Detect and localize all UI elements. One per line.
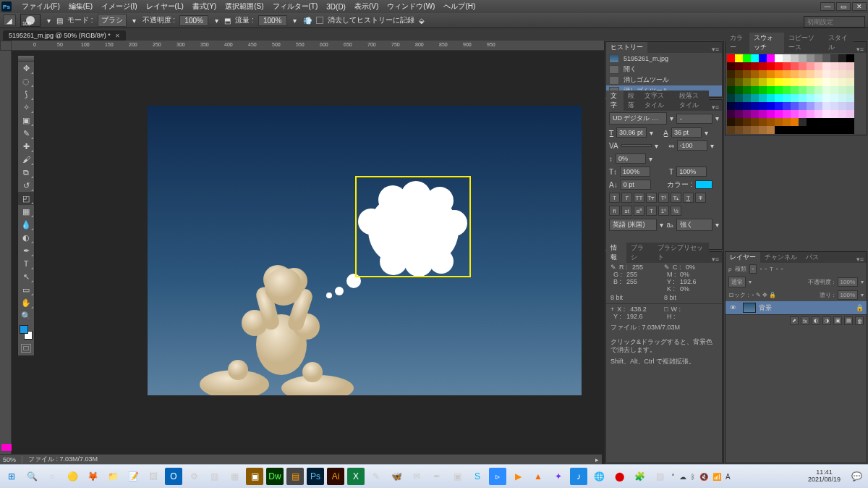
tray-bluetooth-icon[interactable]: ᛒ bbox=[691, 473, 695, 481]
swatch[interactable] bbox=[775, 126, 783, 134]
char-tab-parastyle[interactable]: 段落スタイル bbox=[675, 91, 709, 111]
swatch[interactable] bbox=[822, 78, 830, 86]
swatch[interactable] bbox=[822, 102, 830, 110]
pressure-size-icon[interactable]: ⬙ bbox=[419, 17, 425, 25]
swatch[interactable] bbox=[799, 110, 807, 118]
swatch[interactable] bbox=[846, 78, 854, 86]
brush-panel-icon[interactable]: ▤ bbox=[56, 17, 63, 25]
healing-tool[interactable]: ✚ bbox=[18, 140, 34, 153]
swatch[interactable] bbox=[846, 102, 854, 110]
swatch[interactable] bbox=[783, 78, 791, 86]
swatch[interactable] bbox=[838, 126, 846, 134]
fx-icon[interactable]: fx bbox=[801, 316, 809, 325]
lasso-tool[interactable]: ⟆ bbox=[18, 88, 34, 101]
swatch[interactable] bbox=[791, 62, 799, 70]
start-button[interactable]: ⊞ bbox=[3, 468, 20, 485]
ot-2[interactable]: st bbox=[621, 206, 632, 216]
opacity-field[interactable]: 100% bbox=[179, 15, 208, 26]
swatch[interactable] bbox=[799, 126, 807, 134]
illustrator-icon[interactable]: Ai bbox=[327, 468, 344, 485]
ruler-origin[interactable] bbox=[0, 41, 12, 51]
record-icon[interactable]: ⬤ bbox=[610, 468, 628, 485]
swatches-tab[interactable]: スウォッチ bbox=[749, 33, 784, 53]
swatch[interactable] bbox=[727, 54, 735, 62]
swatch[interactable] bbox=[743, 118, 751, 126]
brush-tab[interactable]: ブラシ bbox=[626, 243, 652, 263]
swatch[interactable] bbox=[743, 94, 751, 102]
tracking-field[interactable]: -100 bbox=[677, 140, 707, 151]
layers-tab[interactable]: レイヤー bbox=[726, 252, 760, 263]
swatch[interactable] bbox=[727, 118, 735, 126]
swatch[interactable] bbox=[838, 86, 846, 94]
underline-button[interactable]: T bbox=[683, 193, 694, 203]
italic-button[interactable]: T bbox=[621, 193, 632, 203]
swatch[interactable] bbox=[743, 78, 751, 86]
mask-icon[interactable]: ◐ bbox=[812, 316, 820, 325]
swatch[interactable] bbox=[791, 54, 799, 62]
menu-select[interactable]: 選択範囲(S) bbox=[221, 1, 268, 12]
swatch[interactable] bbox=[775, 86, 783, 94]
swatch[interactable] bbox=[767, 78, 775, 86]
swatch[interactable] bbox=[735, 118, 743, 126]
swatch[interactable] bbox=[751, 110, 759, 118]
layer-fill[interactable]: 100% bbox=[838, 290, 858, 300]
swatch[interactable] bbox=[759, 70, 767, 78]
swatch[interactable] bbox=[846, 62, 854, 70]
swatch[interactable] bbox=[791, 78, 799, 86]
swatch[interactable] bbox=[767, 62, 775, 70]
swatch[interactable] bbox=[814, 54, 822, 62]
app-icon-3[interactable]: ▣ bbox=[246, 468, 263, 485]
bold-button[interactable]: T bbox=[609, 193, 620, 203]
swatch[interactable] bbox=[743, 102, 751, 110]
swatch[interactable] bbox=[727, 70, 735, 78]
swatch[interactable] bbox=[775, 110, 783, 118]
swatch[interactable] bbox=[822, 54, 830, 62]
airbrush-icon[interactable]: 💨 bbox=[303, 17, 312, 25]
skype-icon[interactable]: S bbox=[469, 468, 486, 485]
mode-select[interactable]: ブラシ bbox=[98, 14, 127, 27]
swatch[interactable] bbox=[751, 94, 759, 102]
obs-icon[interactable]: ▣ bbox=[448, 468, 466, 485]
swatch[interactable] bbox=[759, 94, 767, 102]
app-icon-9[interactable]: ▧ bbox=[651, 468, 668, 485]
screen-mode-indicator[interactable] bbox=[1, 444, 12, 451]
swatch[interactable] bbox=[846, 118, 854, 126]
channels-tab[interactable]: チャンネル bbox=[760, 252, 801, 263]
font-family-select[interactable]: UD デジタル … bbox=[609, 112, 667, 125]
swatch[interactable] bbox=[830, 62, 838, 70]
swatch[interactable] bbox=[759, 86, 767, 94]
erase-history-checkbox[interactable] bbox=[316, 17, 323, 24]
swatch[interactable] bbox=[791, 118, 799, 126]
swatch[interactable] bbox=[735, 94, 743, 102]
swatch[interactable] bbox=[846, 86, 854, 94]
swatch[interactable] bbox=[814, 102, 822, 110]
app-icon-5[interactable]: ✎ bbox=[367, 468, 385, 485]
dodge-tool[interactable]: ◐ bbox=[18, 231, 34, 244]
ot-5[interactable]: 1ˢ bbox=[658, 206, 669, 216]
ot-1[interactable]: fi bbox=[609, 206, 620, 216]
swatch[interactable] bbox=[814, 110, 822, 118]
swatch[interactable] bbox=[783, 126, 791, 134]
shape-tool[interactable]: ▭ bbox=[18, 283, 34, 296]
brushpreset-tab[interactable]: ブラシプリセット bbox=[653, 243, 709, 263]
swatch[interactable] bbox=[767, 102, 775, 110]
swatch[interactable] bbox=[830, 110, 838, 118]
explorer-icon[interactable]: 📁 bbox=[104, 468, 122, 485]
swatch[interactable] bbox=[838, 70, 846, 78]
swatch[interactable] bbox=[727, 86, 735, 94]
swatch[interactable] bbox=[838, 78, 846, 86]
flow-field[interactable]: 100% bbox=[258, 15, 287, 26]
swatch[interactable] bbox=[838, 54, 846, 62]
maximize-button[interactable]: ▭ bbox=[836, 2, 851, 11]
swatch[interactable] bbox=[751, 78, 759, 86]
flow-dropdown[interactable]: ▾ bbox=[292, 17, 299, 25]
gradient-tool[interactable]: ▦ bbox=[18, 205, 34, 218]
info-panel-menu[interactable]: ▾≡ bbox=[709, 256, 722, 263]
swatch[interactable] bbox=[830, 126, 838, 134]
swatch[interactable] bbox=[767, 110, 775, 118]
photos-icon[interactable]: 🖼 bbox=[145, 468, 162, 485]
vlc-icon[interactable]: ▲ bbox=[529, 468, 547, 485]
path-tool[interactable]: ↖ bbox=[18, 270, 34, 283]
swatch[interactable] bbox=[735, 70, 743, 78]
layer-visibility-icon[interactable]: 👁 bbox=[728, 304, 737, 311]
